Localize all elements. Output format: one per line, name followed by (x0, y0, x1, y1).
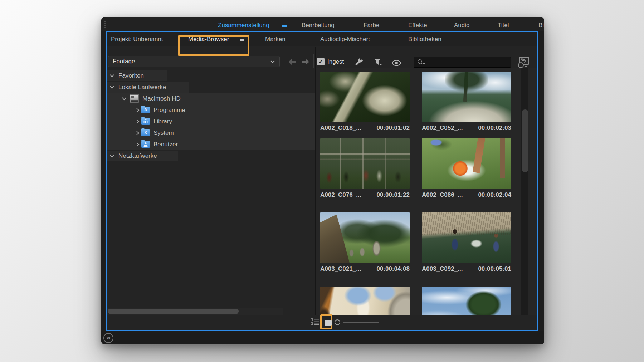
workspace-tab-zusammenstellung[interactable]: Zusammenstellung (218, 21, 269, 29)
source-dropdown[interactable]: Footage (108, 56, 280, 67)
premiere-window: Zusammenstellung Bearbeitung Farbe Effek… (101, 17, 544, 344)
clip-timecode: 00:00:02:04 (478, 191, 511, 199)
workspace-menu-icon[interactable] (282, 24, 287, 28)
tree-item-label: Macintosh HD (142, 95, 181, 102)
clip-timecode: 00:00:01:22 (376, 191, 410, 199)
linked-media-clock-icon[interactable] (517, 56, 531, 69)
tab-projekt[interactable]: Projekt: Unbenannt (111, 35, 163, 43)
ingest-label: Ingest (327, 58, 344, 65)
toolbar-divider (313, 54, 314, 68)
clip-name: A002_C086_... (422, 191, 463, 199)
chevron-right-icon[interactable] (135, 119, 140, 124)
clip-label[interactable]: A002_C052_... 00:00:02:03 (422, 124, 511, 132)
clip-label[interactable]: A002_C086_... 00:00:02:04 (422, 191, 511, 199)
media-browser-highlight-box (178, 35, 249, 56)
chevron-down-icon[interactable] (122, 96, 127, 101)
filter-funnel-icon[interactable] (373, 57, 383, 67)
row-separator (316, 69, 521, 69)
tree-item-lokale-laufwerke[interactable]: Lokale Laufwerke (107, 82, 315, 93)
chevron-right-icon[interactable] (135, 142, 140, 147)
clip-thumbnail-ruins-aerial[interactable] (320, 72, 410, 122)
row-separator (316, 136, 521, 136)
workspace-tab-effekte[interactable]: Effekte (408, 21, 427, 29)
tree-item-label: Library (153, 118, 172, 125)
tab-marken[interactable]: Marken (265, 35, 286, 43)
clip-timecode: 00:00:05:01 (478, 265, 511, 273)
zoom-slider-knob[interactable] (335, 319, 340, 325)
clip-label[interactable]: A002_C018_... 00:00:01:02 (320, 124, 410, 132)
tree-item-label: System (153, 129, 174, 137)
clip-name: A003_C092_... (422, 265, 463, 273)
workspace-tab-bearbeitung[interactable]: Bearbeitung (302, 21, 335, 29)
scrollbar-thumb[interactable] (108, 309, 239, 314)
tab-bibliotheken[interactable]: Bibliotheken (408, 35, 441, 43)
search-icon (417, 59, 425, 66)
source-dropdown-value: Footage (113, 58, 135, 65)
chevron-down-icon[interactable] (109, 153, 114, 158)
workspace-bar: Zusammenstellung Bearbeitung Farbe Effek… (101, 17, 544, 31)
search-box (414, 57, 511, 68)
tree-item-favoriten[interactable]: Favoriten (107, 70, 315, 82)
creative-cloud-logo-icon: ∞ (103, 333, 113, 343)
column-separator (416, 68, 416, 315)
tree-item-label: Benutzer (153, 141, 178, 148)
clip-name: A003_C021_... (320, 265, 361, 273)
back-arrow-icon[interactable] (287, 58, 297, 66)
workspace-tab-audio[interactable]: Audio (454, 21, 469, 29)
workspace-tab-bibliotheken-truncated[interactable]: Bi (538, 21, 544, 29)
ingest-checkbox[interactable] (317, 58, 325, 65)
list-view-icon[interactable] (311, 318, 319, 325)
chevron-right-icon[interactable] (135, 131, 140, 136)
clip-label[interactable]: A003_C021_... 00:00:04:08 (320, 265, 410, 273)
thumbnail-view-highlight-box (320, 314, 332, 329)
settings-wrench-icon[interactable] (354, 57, 364, 67)
tree-item-label: Netzlaufwerke (118, 152, 157, 160)
row-separator (316, 210, 521, 210)
chevron-down-icon[interactable] (109, 73, 114, 78)
clip-thumbnail-kids-hut[interactable] (422, 212, 511, 263)
tree-item-system[interactable]: X System (107, 127, 315, 139)
grid-vertical-scrollbar[interactable] (521, 68, 528, 315)
tree-item-macintosh-hd[interactable]: Macintosh HD (107, 93, 315, 104)
clip-name: A002_C076_... (320, 191, 361, 199)
clip-name: A002_C052_... (422, 124, 463, 132)
clip-thumbnail-colonial-arch[interactable] (320, 287, 410, 315)
forward-arrow-icon[interactable] (300, 58, 310, 66)
clip-thumbnail-tree-sky[interactable] (422, 287, 511, 315)
clip-label[interactable]: A003_C092_... 00:00:05:01 (422, 265, 511, 273)
workspace-tab-titel[interactable]: Titel (498, 21, 509, 29)
chevron-right-icon[interactable] (135, 108, 140, 113)
zoom-slider-track[interactable] (343, 322, 379, 323)
clip-grid: A002_C018_... 00:00:01:02 A002_C052_... … (316, 68, 537, 315)
tree-item-library[interactable]: Library (107, 116, 315, 127)
tree-item-benutzer[interactable]: Benutzer (107, 139, 315, 150)
thumbnail-view-icon[interactable] (325, 320, 332, 326)
clip-timecode: 00:00:01:02 (376, 124, 410, 132)
clip-thumbnail-hut-stelae[interactable] (320, 212, 410, 263)
tree-item-label: Favoriten (118, 72, 144, 79)
clip-name: A002_C018_... (320, 124, 361, 132)
tree-item-netzlaufwerke[interactable]: Netzlaufwerke (107, 150, 315, 162)
window-footer: ∞ (101, 331, 544, 344)
panel-drag-handle[interactable] (104, 20, 106, 29)
tree-horizontal-scrollbar[interactable] (107, 308, 283, 315)
clip-thumbnail-cliff-vista[interactable] (422, 72, 511, 122)
hard-drive-icon (130, 94, 139, 103)
clip-thumbnail-fence-field[interactable] (320, 138, 410, 189)
users-folder-icon (141, 141, 150, 148)
preview-eye-icon[interactable] (391, 58, 401, 68)
clip-label[interactable]: A002_C076_... 00:00:01:22 (320, 191, 410, 199)
chevron-down-icon (270, 60, 275, 63)
chevron-down-icon[interactable] (109, 85, 114, 90)
clip-timecode: 00:00:02:03 (478, 124, 511, 132)
clip-thumbnail-ball-splash[interactable] (422, 138, 511, 189)
tree-item-label: Programme (153, 107, 185, 114)
scrollbar-thumb[interactable] (522, 109, 528, 172)
row-separator (316, 284, 521, 284)
tree-item-label: Lokale Laufwerke (118, 84, 166, 91)
search-input[interactable] (426, 58, 510, 67)
clip-timecode: 00:00:04:08 (376, 265, 410, 273)
tree-item-programme[interactable]: A Programme (107, 104, 315, 116)
workspace-tab-farbe[interactable]: Farbe (364, 21, 379, 29)
tab-audioclip-mischer[interactable]: Audioclip-Mischer: (320, 35, 370, 43)
